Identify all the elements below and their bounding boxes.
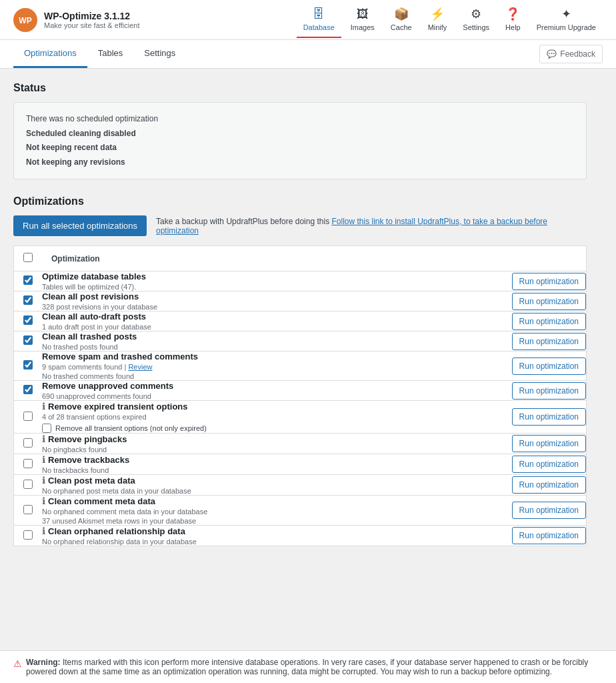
status-box: There was no scheduled optimization Sche… — [13, 102, 587, 179]
settings-icon: ⚙ — [471, 7, 481, 21]
opt-title-clean-autodraft: Clean all auto-draft posts — [42, 311, 493, 321]
review-link[interactable]: Review — [128, 363, 152, 371]
status-line-3: Not keeping recent data — [26, 141, 574, 155]
run-pingbacks-button[interactable]: Run optimization — [512, 435, 586, 452]
opt-title-expired-transients: Remove expired transient options — [48, 402, 188, 412]
clean-orphaned-rel-checkbox[interactable] — [23, 530, 33, 540]
status-line-1: There was no scheduled optimization — [26, 112, 574, 127]
table-row: Optimize database tables Tables will be … — [14, 271, 587, 291]
nav-item-cache[interactable]: 📦 Cache — [384, 1, 419, 38]
opt-title-clean-revisions: Clean all post revisions — [42, 291, 493, 301]
tab-tables[interactable]: Tables — [87, 40, 134, 68]
database-icon: 🗄 — [313, 7, 325, 21]
remove-trackbacks-checkbox[interactable] — [23, 459, 33, 468]
run-clean-revisions-button[interactable]: Run optimization — [512, 293, 586, 310]
table-row: Clean all post revisions 328 post revisi… — [14, 291, 587, 311]
header-optimization-col: Optimization — [42, 246, 493, 271]
backup-note: Take a backup with UpdraftPlus before do… — [156, 217, 587, 235]
wp-optimize-logo-icon: WP — [13, 8, 37, 32]
tab-optimizations[interactable]: Optimizations — [13, 40, 87, 68]
clean-post-revisions-checkbox[interactable] — [23, 295, 33, 305]
opt-title-comment-meta: Clean comment meta data — [48, 496, 155, 506]
sub-header: Optimizations Tables Settings 💬 Feedback — [0, 40, 616, 69]
info-icon: ℹ — [42, 496, 45, 506]
info-icon: ℹ — [42, 526, 45, 536]
select-all-checkbox[interactable] — [23, 253, 33, 262]
sub-checkbox-row: Remove all transient options (not only e… — [42, 424, 493, 433]
opt-desc-orphaned-rel: No orphaned relationship data in your da… — [42, 538, 493, 546]
info-icon: ℹ — [42, 434, 45, 444]
run-spam-comments-button[interactable]: Run optimization — [512, 358, 586, 375]
table-row: ℹ Remove trackbacks No trackbacks found … — [14, 454, 587, 475]
opt-desc-clean-revisions: 328 post revisions in your database — [42, 303, 493, 311]
run-expired-transients-button[interactable]: Run optimization — [512, 408, 586, 426]
row-checkbox-col — [14, 271, 43, 291]
tab-settings[interactable]: Settings — [133, 40, 186, 68]
app-tagline: Make your site fast & efficient — [44, 21, 139, 29]
run-optimize-db-button[interactable]: Run optimization — [512, 273, 586, 290]
remove-unapproved-comments-checkbox[interactable] — [23, 385, 33, 394]
status-section-title: Status — [13, 82, 587, 94]
nav-label-database: Database — [303, 23, 335, 31]
run-comment-meta-button[interactable]: Run optimization — [512, 502, 586, 519]
clean-trashed-posts-checkbox[interactable] — [23, 335, 33, 345]
opt-title-post-meta: Clean post meta data — [48, 476, 135, 486]
opt-desc-spam-comments: 9 spam comments found | Review — [42, 363, 493, 371]
clean-auto-draft-checkbox[interactable] — [23, 315, 33, 325]
nav-item-settings[interactable]: ⚙ Settings — [456, 1, 496, 38]
opt-desc-comment-meta-2: 37 unused Akismet meta rows in your data… — [42, 517, 493, 525]
opt-title-orphaned-rel: Clean orphaned relationship data — [48, 526, 185, 536]
optimizations-section-title: Optimizations — [13, 195, 587, 207]
table-row: ℹ Clean orphaned relationship data No or… — [14, 526, 587, 546]
clean-comment-meta-checkbox[interactable] — [23, 505, 33, 514]
feedback-button[interactable]: 💬 Feedback — [539, 45, 603, 63]
run-all-bar: Run all selected optimizations Take a ba… — [13, 215, 587, 236]
run-post-meta-button[interactable]: Run optimization — [512, 476, 586, 494]
remove-all-transients-checkbox[interactable] — [42, 424, 51, 433]
info-icon: ℹ — [42, 401, 45, 412]
opt-desc-trackbacks: No trackbacks found — [42, 466, 493, 474]
opt-desc-trashed-comments: No trashed comments found — [42, 372, 493, 380]
optimizations-table: Optimization Optimize database tables Ta… — [13, 245, 587, 546]
nav-item-minify[interactable]: ⚡ Minify — [421, 1, 454, 38]
app-name: WP-Optimize 3.1.12 — [44, 11, 139, 21]
opt-title-optimize-db: Optimize database tables — [42, 271, 146, 281]
nav-item-images[interactable]: 🖼 Images — [344, 2, 381, 38]
table-row: Clean all trashed posts No trashed posts… — [14, 331, 587, 352]
opt-desc-post-meta: No orphaned post meta data in your datab… — [42, 487, 493, 495]
opt-title-pingbacks: Remove pingbacks — [48, 434, 127, 444]
clean-post-meta-checkbox[interactable] — [23, 480, 33, 489]
top-header: WP WP-Optimize 3.1.12 Make your site fas… — [0, 0, 616, 40]
main-content: Status There was no scheduled optimizati… — [0, 69, 600, 560]
nav-label-images: Images — [351, 23, 375, 31]
run-clean-trashed-button[interactable]: Run optimization — [512, 333, 586, 350]
table-row: Remove unapproved comments 690 unapprove… — [14, 381, 587, 401]
opt-desc-optimize-db: Tables will be optimized (47). — [42, 283, 493, 291]
row-title-col: Optimize database tables Tables will be … — [42, 271, 493, 291]
opt-desc-clean-autodraft: 1 auto draft post in your database — [42, 323, 493, 331]
table-row: ℹ Remove pingbacks No pingbacks found Ru… — [14, 434, 587, 454]
optimize-db-tables-checkbox[interactable] — [23, 275, 33, 285]
run-clean-autodraft-button[interactable]: Run optimization — [512, 313, 586, 330]
nav-item-premium[interactable]: ✦ Premium Upgrade — [530, 1, 603, 38]
nav-label-help: Help — [505, 23, 521, 31]
feedback-icon: 💬 — [547, 49, 557, 59]
logo-area: WP WP-Optimize 3.1.12 Make your site fas… — [13, 8, 139, 32]
run-all-button[interactable]: Run all selected optimizations — [13, 215, 147, 236]
remove-expired-transients-checkbox[interactable] — [23, 412, 33, 421]
nav-item-help[interactable]: ❓ Help — [499, 1, 527, 38]
nav-item-database[interactable]: 🗄 Database — [297, 2, 341, 38]
cache-icon: 📦 — [394, 7, 409, 21]
remove-spam-comments-checkbox[interactable] — [23, 360, 33, 370]
premium-icon: ✦ — [561, 7, 571, 21]
nav-label-premium: Premium Upgrade — [537, 23, 596, 31]
run-unapproved-comments-button[interactable]: Run optimization — [512, 382, 586, 400]
status-line-2: Scheduled cleaning disabled — [26, 127, 574, 141]
nav-label-cache: Cache — [391, 23, 412, 31]
run-orphaned-rel-button[interactable]: Run optimization — [512, 527, 586, 544]
row-action-col: Run optimization — [493, 271, 587, 291]
run-trackbacks-button[interactable]: Run optimization — [512, 456, 586, 473]
top-nav: 🗄 Database 🖼 Images 📦 Cache ⚡ Minify ⚙ S… — [297, 1, 603, 38]
opt-desc-expired-transients: 4 of 28 transient options expired — [42, 413, 493, 421]
remove-pingbacks-checkbox[interactable] — [23, 438, 33, 448]
